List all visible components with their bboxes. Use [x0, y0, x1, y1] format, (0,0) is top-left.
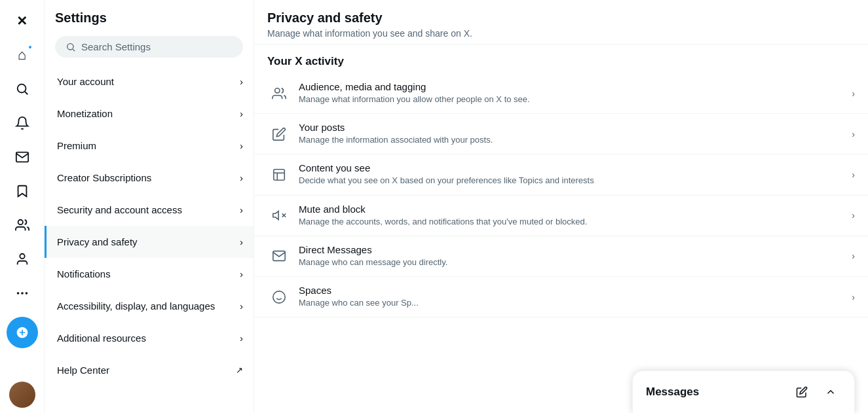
sidebar-item-your-account[interactable]: Your account ›	[45, 65, 254, 98]
messages-panel: Messages	[632, 370, 855, 413]
svg-point-4	[22, 293, 23, 294]
content-title: Content you see	[299, 162, 844, 173]
page-subtitle: Manage what information you see and shar…	[267, 28, 855, 39]
svg-line-8	[73, 49, 75, 51]
svg-point-0	[17, 84, 26, 93]
sidebar-item-help-center[interactable]: Help Center ↗	[45, 354, 254, 386]
notifications-nav-icon[interactable]	[7, 107, 38, 139]
mute-desc: Manage the accounts, words, and notifica…	[299, 216, 844, 228]
chevron-right-icon: ›	[240, 204, 243, 215]
user-avatar[interactable]	[9, 382, 35, 408]
sidebar-item-premium[interactable]: Premium ›	[45, 130, 254, 162]
chevron-right-icon: ›	[240, 76, 243, 87]
svg-point-5	[26, 293, 27, 294]
dm-desc: Manage who can message you directly.	[299, 257, 844, 268]
search-box[interactable]	[55, 36, 243, 58]
audience-icon	[267, 82, 291, 105]
main-content: Privacy and safety Manage what informati…	[254, 0, 868, 413]
dm-title: Direct Messages	[299, 244, 844, 255]
content-icon	[267, 163, 291, 187]
sidebar-item-security[interactable]: Security and account access ›	[45, 194, 254, 226]
spaces-item[interactable]: Spaces Manage who can see your Sp... ›	[254, 277, 868, 317]
chevron-right-icon: ›	[852, 88, 855, 99]
messages-nav-icon[interactable]	[7, 141, 38, 173]
chevron-right-icon: ›	[240, 332, 243, 344]
chevron-right-icon: ›	[240, 172, 243, 183]
collapse-messages-button[interactable]	[820, 382, 841, 403]
content-you-see-item[interactable]: Content you see Decide what you see on X…	[254, 154, 868, 195]
search-nav-icon[interactable]	[7, 73, 38, 105]
content-desc: Decide what you see on X based on your p…	[299, 175, 844, 187]
page-title: Privacy and safety	[267, 10, 855, 26]
main-header: Privacy and safety Manage what informati…	[254, 0, 868, 45]
sidebar-item-additional-resources[interactable]: Additional resources ›	[45, 322, 254, 354]
chevron-right-icon: ›	[240, 268, 243, 279]
chevron-right-icon: ›	[852, 210, 855, 221]
posts-title: Your posts	[299, 122, 844, 133]
svg-line-1	[25, 92, 28, 94]
chevron-right-icon: ›	[240, 140, 243, 151]
messages-panel-title: Messages	[646, 386, 699, 399]
svg-point-7	[67, 43, 73, 49]
chevron-right-icon: ›	[240, 300, 243, 312]
mute-block-item[interactable]: Mute and block Manage the accounts, word…	[254, 196, 868, 236]
chevron-right-icon: ›	[852, 251, 855, 261]
dm-icon	[267, 244, 291, 268]
sidebar-item-notifications[interactable]: Notifications ›	[45, 258, 254, 290]
posts-icon	[267, 122, 291, 146]
section-title: Your X activity	[254, 45, 868, 73]
sidebar-item-creator-subscriptions[interactable]: Creator Subscriptions ›	[45, 162, 254, 194]
sidebar-item-monetization[interactable]: Monetization ›	[45, 98, 254, 130]
svg-point-6	[17, 293, 18, 294]
mute-title: Mute and block	[299, 204, 844, 215]
audience-desc: Manage what information you allow other …	[299, 94, 844, 105]
chevron-right-icon: ›	[852, 129, 855, 139]
bookmarks-nav-icon[interactable]	[7, 175, 38, 207]
your-posts-item[interactable]: Your posts Manage the information associ…	[254, 114, 868, 154]
direct-messages-item[interactable]: Direct Messages Manage who can message y…	[254, 236, 868, 277]
compose-button[interactable]	[7, 317, 38, 348]
chevron-right-icon: ›	[852, 170, 855, 180]
mute-icon	[267, 204, 291, 227]
spaces-title: Spaces	[299, 285, 844, 296]
settings-sidebar: Settings Your account › Monetization › P…	[45, 0, 254, 413]
svg-point-9	[275, 88, 280, 92]
svg-rect-10	[274, 170, 285, 181]
svg-point-16	[273, 291, 285, 302]
posts-desc: Manage the information associated with y…	[299, 134, 844, 146]
left-nav: ✕ ⌂	[0, 0, 45, 413]
audience-item[interactable]: Audience, media and tagging Manage what …	[254, 73, 868, 114]
chevron-right-icon: ›	[240, 108, 243, 119]
external-link-icon: ↗	[236, 365, 243, 375]
home-notification-dot	[28, 45, 33, 50]
communities-nav-icon[interactable]	[7, 209, 38, 241]
search-icon	[66, 42, 76, 52]
home-nav-icon[interactable]: ⌂	[7, 39, 38, 71]
messages-panel-actions	[791, 382, 841, 403]
sidebar-item-accessibility[interactable]: Accessibility, display, and languages ›	[45, 290, 254, 322]
profile-nav-icon[interactable]	[7, 243, 38, 275]
spaces-icon	[267, 285, 291, 309]
more-nav-icon[interactable]	[7, 278, 38, 309]
svg-marker-13	[273, 211, 278, 220]
sidebar-item-privacy[interactable]: Privacy and safety ›	[45, 226, 254, 258]
search-input[interactable]	[81, 41, 233, 52]
svg-point-2	[18, 220, 22, 224]
chevron-right-icon: ›	[240, 236, 243, 247]
chevron-right-icon: ›	[852, 292, 855, 302]
x-logo-icon[interactable]: ✕	[7, 5, 38, 37]
svg-point-3	[20, 254, 24, 259]
compose-message-button[interactable]	[791, 382, 812, 403]
spaces-desc: Manage who can see your Sp...	[299, 297, 844, 309]
audience-title: Audience, media and tagging	[299, 81, 844, 92]
settings-title: Settings	[45, 0, 254, 31]
